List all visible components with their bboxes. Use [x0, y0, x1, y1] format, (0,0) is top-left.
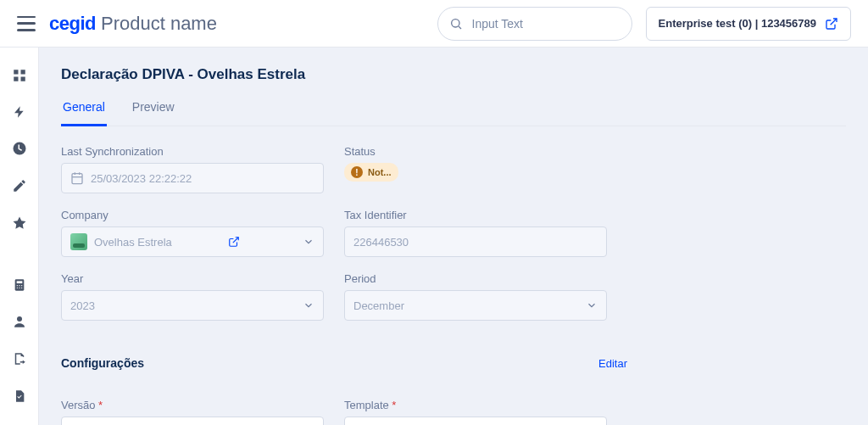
- search-container: [437, 7, 632, 41]
- year-label: Year: [61, 272, 324, 285]
- external-link-icon: [825, 17, 838, 31]
- field-tax-id: Tax Identifier 226446530: [344, 209, 607, 257]
- status-dot-icon: !: [351, 166, 363, 178]
- chevron-down-icon: [586, 299, 598, 311]
- svg-line-2: [831, 19, 837, 25]
- tax-id-input: 226446530: [344, 226, 607, 257]
- last-sync-input: 25/03/2023 22:22:22: [61, 163, 324, 193]
- year-value: 2023: [70, 299, 95, 312]
- svg-point-14: [19, 288, 19, 288]
- svg-point-16: [17, 316, 22, 322]
- search-input[interactable]: [437, 7, 632, 41]
- brand: cegid Product name: [49, 13, 217, 35]
- field-status: Status ! Not...: [344, 145, 607, 193]
- nav-bolt-icon[interactable]: [11, 105, 28, 119]
- nav-calc-icon[interactable]: [11, 278, 28, 292]
- template-select[interactable]: Template - Modelo 3 (default): [344, 417, 607, 425]
- last-sync-value: 25/03/2023 22:22:22: [91, 172, 192, 185]
- nav-star-icon[interactable]: [11, 215, 28, 231]
- company-select[interactable]: Ovelhas Estrela: [61, 226, 324, 257]
- version-select[interactable]: VPIVA (vingente a partir 2023/06/06): [61, 417, 324, 425]
- svg-rect-9: [16, 281, 22, 283]
- nav-dashboard-icon[interactable]: [11, 68, 28, 83]
- field-template: Template Template - Modelo 3 (default): [344, 399, 607, 425]
- tax-id-label: Tax Identifier: [344, 209, 607, 221]
- period-label: Period: [344, 272, 607, 285]
- search-icon: [449, 17, 463, 31]
- field-version: Versão VPIVA (vingente a partir 2023/06/…: [61, 399, 324, 425]
- status-label: Status: [344, 145, 607, 158]
- svg-point-13: [16, 288, 17, 288]
- svg-rect-5: [14, 77, 18, 81]
- nav-edit-icon[interactable]: [11, 178, 28, 193]
- period-value: December: [353, 299, 404, 312]
- side-nav: [0, 48, 39, 425]
- version-label: Versão: [61, 399, 324, 411]
- nav-clock-icon[interactable]: [11, 141, 28, 156]
- page-title: Declaração DPIVA - Ovelhas Estrela: [61, 66, 846, 83]
- svg-rect-17: [72, 174, 82, 184]
- enterprise-selector[interactable]: Enterprise test (0) | 123456789: [646, 7, 851, 41]
- svg-line-21: [233, 238, 238, 243]
- status-value: Not...: [368, 167, 392, 177]
- tabs: General Preview: [61, 95, 846, 126]
- svg-point-10: [16, 285, 17, 286]
- field-last-sync: Last Synchronization 25/03/2023 22:22:22: [61, 145, 324, 193]
- svg-point-11: [19, 285, 19, 286]
- field-period: Period December: [344, 272, 607, 321]
- year-select[interactable]: 2023: [61, 290, 324, 321]
- company-logo-icon: [70, 233, 87, 250]
- brand-logo: cegid: [49, 13, 96, 35]
- external-link-icon[interactable]: [228, 236, 240, 248]
- menu-toggle[interactable]: [17, 16, 36, 31]
- edit-link[interactable]: Editar: [598, 357, 627, 370]
- svg-rect-3: [14, 70, 18, 74]
- calendar-icon: [70, 171, 84, 185]
- company-label: Company: [61, 209, 324, 221]
- svg-line-1: [459, 26, 461, 29]
- field-year: Year 2023: [61, 272, 324, 321]
- svg-point-12: [21, 285, 22, 286]
- company-value: Ovelhas Estrela: [94, 236, 172, 249]
- field-company: Company Ovelhas Estrela: [61, 209, 324, 257]
- brand-product: Product name: [101, 13, 217, 35]
- nav-export-icon[interactable]: [11, 351, 28, 366]
- svg-point-15: [21, 288, 22, 288]
- tab-preview[interactable]: Preview: [131, 95, 176, 126]
- last-sync-label: Last Synchronization: [61, 145, 324, 158]
- config-title: Configurações: [61, 356, 144, 370]
- period-select[interactable]: December: [344, 290, 607, 321]
- chevron-down-icon: [303, 299, 314, 311]
- nav-doc-icon[interactable]: [11, 389, 28, 404]
- topbar: cegid Product name Enterprise test (0) |…: [0, 0, 868, 48]
- template-label: Template: [344, 399, 607, 411]
- status-badge: ! Not...: [344, 163, 398, 182]
- tab-general[interactable]: General: [61, 95, 107, 126]
- svg-rect-4: [20, 70, 25, 74]
- main-content: Declaração DPIVA - Ovelhas Estrela Gener…: [39, 48, 868, 425]
- nav-user-icon[interactable]: [11, 314, 28, 329]
- enterprise-label: Enterprise test (0) | 123456789: [659, 17, 816, 30]
- tax-id-value: 226446530: [353, 236, 409, 249]
- chevron-down-icon: [303, 236, 314, 248]
- svg-rect-6: [20, 77, 25, 81]
- svg-point-0: [451, 19, 459, 26]
